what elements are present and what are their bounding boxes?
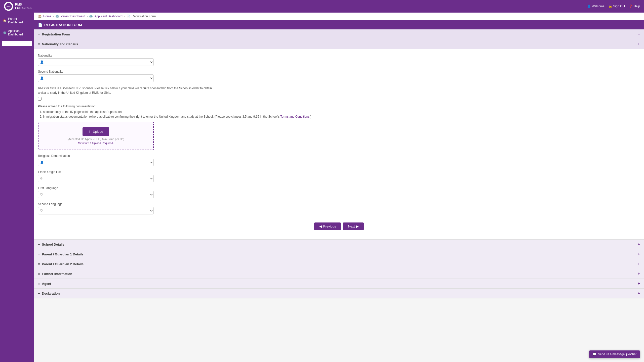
religious-denomination-select[interactable] — [38, 159, 154, 166]
page-title: REGISTRATION FORM — [44, 23, 82, 27]
section-icon-further: ≡ — [38, 272, 40, 276]
section-nationality-census: ≡ Nationality and Census + Nationality 👤 — [34, 39, 644, 240]
second-nationality-select[interactable] — [38, 74, 154, 82]
section-declaration-header[interactable]: ≡ Declaration + — [34, 289, 644, 298]
section-icon-school: ≡ — [38, 243, 40, 246]
expand-icon-nat: + — [638, 42, 640, 46]
ethnic-origin-label: Ethnic Origin List — [38, 170, 640, 174]
expand-icon-guardian1: + — [638, 252, 640, 256]
expand-icon-school: + — [638, 242, 640, 247]
religious-denomination-select-wrapper: 👤 — [38, 159, 640, 166]
breadcrumb-separator-3: › — [124, 15, 125, 18]
section-school-details-header[interactable]: ≡ School Details + — [34, 240, 644, 249]
next-icon: ▶ — [356, 224, 359, 228]
section-guardian2-header[interactable]: ≡ Parent / Guardian 2 Details + — [34, 259, 644, 269]
ukvi-text: RMS for Girls is a licensed UKVI sponsor… — [38, 86, 214, 95]
section-further-info: ≡ Further Information + — [34, 269, 644, 279]
religious-denomination-group: Religious Denomination 👤 — [38, 154, 640, 166]
second-language-group: Second Language 🗨 — [38, 202, 640, 214]
upload-docs-list: a colour copy of the ID page within the … — [43, 110, 640, 119]
help-icon: ❓ — [629, 5, 633, 8]
breadcrumb-separator-1: › — [53, 15, 54, 18]
page-title-bar: 📄 REGISTRATION FORM — [34, 20, 644, 29]
section-nationality-content: Nationality 👤 Second Nationality 👤 — [34, 49, 644, 239]
second-nationality-select-wrapper: 👤 — [38, 74, 640, 82]
home-icon-breadcrumb: 🏠 — [38, 15, 42, 18]
breadcrumb-parent-dashboard[interactable]: Parent Dashboard — [61, 15, 85, 18]
section-icon-reg: ≡ — [38, 32, 40, 36]
user-icon: 👤 — [587, 5, 591, 8]
ethnic-origin-select-wrapper: ⚙ — [38, 175, 640, 182]
expand-icon-agent: + — [638, 281, 640, 286]
breadcrumb-applicant-dashboard[interactable]: Applicant Dashboard — [94, 15, 122, 18]
expand-icon-guardian2: + — [638, 262, 640, 266]
sidebar-search-input[interactable] — [2, 41, 32, 46]
sign-out-link[interactable]: 🔒 Sign Out — [609, 5, 625, 8]
logo-text: RMS FOR GIRLS — [15, 3, 31, 10]
breadcrumb-current: Registration Form — [132, 15, 156, 18]
main-content: 🏠 Home › ⚙️ Parent Dashboard › ⚙️ Applic… — [34, 13, 644, 362]
logo-icon: RMS — [4, 2, 13, 11]
section-icon-guardian1: ≡ — [38, 252, 40, 256]
nationality-select[interactable] — [38, 58, 154, 66]
nationality-select-wrapper: 👤 — [38, 58, 640, 66]
home-icon: 🏠 — [3, 19, 7, 22]
section-agent-header[interactable]: ≡ Agent + — [34, 279, 644, 288]
section-guardian2: ≡ Parent / Guardian 2 Details + — [34, 259, 644, 269]
upload-required: Minimum 1 Upload Required. — [78, 142, 114, 145]
section-school-details: ≡ School Details + — [34, 240, 644, 249]
upload-area[interactable]: ⬆ Upload (Accepted file types: JPEG) Max… — [38, 122, 154, 150]
section-nationality-census-header[interactable]: ≡ Nationality and Census + — [34, 39, 644, 49]
section-guardian1-header[interactable]: ≡ Parent / Guardian 1 Details + — [34, 249, 644, 259]
jivochat-widget[interactable]: 💬 Send us a message jivochat — [589, 350, 640, 358]
ethnic-origin-group: Ethnic Origin List ⚙ — [38, 170, 640, 182]
section-guardian1: ≡ Parent / Guardian 1 Details + — [34, 249, 644, 259]
nationality-group: Nationality 👤 — [38, 54, 640, 66]
upload-docs-heading: Please upload the following documentatio… — [38, 105, 640, 108]
second-language-select[interactable] — [38, 207, 154, 214]
religious-denomination-label: Religious Denomination — [38, 154, 640, 158]
chat-icon: 💬 — [593, 352, 596, 356]
section-icon-agent: ≡ — [38, 282, 40, 286]
breadcrumb-icon-applicant: ⚙️ — [89, 15, 93, 18]
section-icon-guardian2: ≡ — [38, 262, 40, 266]
upload-subtext: (Accepted file types: JPEG) Max. 2mb per… — [67, 138, 124, 141]
upload-doc-1: a colour copy of the ID page within the … — [43, 110, 640, 114]
header-actions: 👤 Welcome 🔒 Sign Out ❓ Help — [587, 5, 640, 8]
nationality-label: Nationality — [38, 54, 640, 57]
previous-button[interactable]: ◀ Previous — [314, 222, 341, 230]
ethnic-origin-select[interactable] — [38, 175, 154, 182]
upload-button[interactable]: ⬆ Upload — [83, 127, 109, 136]
next-button[interactable]: Next ▶ — [343, 222, 364, 230]
upload-icon: ⬆ — [89, 130, 91, 133]
section-registration-form-header[interactable]: ≡ Registration Form − — [34, 29, 644, 39]
app-layout: 🏠 Parent Dashboard ⚙️ Applicant Dashboar… — [0, 13, 644, 362]
section-agent: ≡ Agent + — [34, 279, 644, 289]
sidebar-item-applicant-dashboard[interactable]: ⚙️ Applicant Dashboard — [0, 27, 34, 39]
breadcrumb: 🏠 Home › ⚙️ Parent Dashboard › ⚙️ Applic… — [34, 13, 644, 20]
help-link[interactable]: ❓ Help — [629, 5, 640, 8]
expand-icon-declaration: + — [638, 291, 640, 296]
section-declaration: ≡ Declaration + — [34, 289, 644, 298]
ukvi-checkbox-row — [38, 97, 640, 101]
sidebar-item-parent-dashboard[interactable]: 🏠 Parent Dashboard — [0, 15, 34, 27]
svg-text:RMS: RMS — [7, 6, 11, 8]
welcome-link[interactable]: 👤 Welcome — [587, 5, 605, 8]
section-further-info-header[interactable]: ≡ Further Information + — [34, 269, 644, 279]
second-language-label: Second Language — [38, 202, 640, 206]
breadcrumb-icon-form: 📄 — [127, 15, 130, 18]
ukvi-checkbox[interactable] — [38, 97, 42, 101]
nav-buttons: ◀ Previous Next ▶ — [38, 218, 640, 234]
terms-conditions-link[interactable]: Terms and Conditions — [280, 115, 309, 118]
first-language-select[interactable] — [38, 191, 154, 198]
collapse-icon-reg: − — [638, 32, 640, 36]
signout-icon: 🔒 — [609, 5, 612, 8]
breadcrumb-home[interactable]: Home — [43, 15, 51, 18]
second-nationality-group: Second Nationality 👤 — [38, 70, 640, 82]
upload-doc-2: Immigration status documentation (where … — [43, 114, 640, 119]
previous-icon: ◀ — [319, 224, 322, 228]
breadcrumb-icon-parent: ⚙️ — [55, 15, 59, 18]
section-icon-declaration: ≡ — [38, 292, 40, 295]
second-nationality-label: Second Nationality — [38, 70, 640, 73]
sidebar-search-container — [2, 41, 32, 46]
